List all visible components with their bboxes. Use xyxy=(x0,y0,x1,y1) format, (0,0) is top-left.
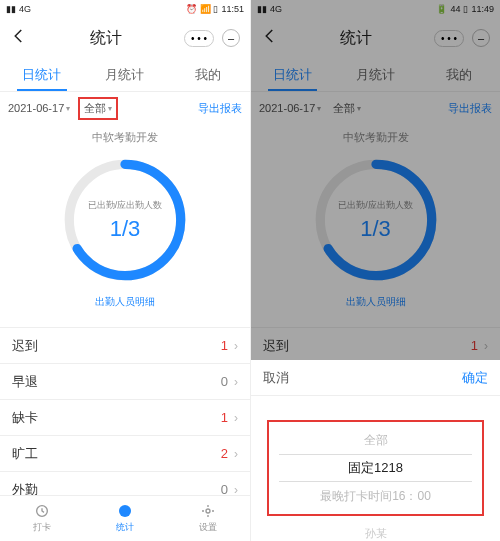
filter-row: 2021-06-17▾ 全部▾ 导出报表 xyxy=(251,92,500,124)
close-icon[interactable]: – xyxy=(222,29,240,47)
top-actions: • • • – xyxy=(434,29,490,47)
list-item[interactable]: 迟到1› xyxy=(0,328,250,364)
attendance-chart: 已出勤/应出勤人数 1/3 出勤人员明细 xyxy=(251,155,500,309)
back-icon[interactable] xyxy=(261,27,279,49)
page-title: 统计 xyxy=(90,28,122,49)
picker-wheel[interactable]: 全部 固定1218 最晚打卡时间16：00 xyxy=(267,420,484,516)
status-time: 🔋44 ▯11:49 xyxy=(436,4,494,14)
tab-mine[interactable]: 我的 xyxy=(167,58,250,91)
subtitle: 中软考勤开发 xyxy=(0,130,250,145)
chevron-right-icon: › xyxy=(234,447,238,461)
top-bar: 统计 • • • – xyxy=(0,18,250,58)
tab-monthly[interactable]: 月统计 xyxy=(83,58,166,91)
chart-label: 已出勤/应出勤人数 xyxy=(338,199,413,212)
filter-button[interactable]: 全部▾ xyxy=(78,97,118,120)
chevron-down-icon: ▾ xyxy=(108,104,112,113)
list-item[interactable]: 旷工2› xyxy=(0,436,250,472)
chevron-down-icon: ▾ xyxy=(66,104,70,113)
export-link[interactable]: 导出报表 xyxy=(448,101,492,116)
bottom-nav: 打卡 统计 设置 xyxy=(0,495,250,541)
picker-option[interactable]: 全部 xyxy=(269,426,482,454)
filter-row: 2021-06-17▾ 全部▾ 导出报表 xyxy=(0,92,250,124)
cancel-button[interactable]: 取消 xyxy=(263,369,289,387)
signal-icons: ▮▮ 4G xyxy=(6,4,31,14)
nav-clock[interactable]: 打卡 xyxy=(0,496,83,541)
chevron-right-icon: › xyxy=(484,339,488,353)
more-icon[interactable]: • • • xyxy=(434,30,464,47)
picker-extra: 孙某 xyxy=(251,526,500,541)
list-item[interactable]: 缺卡1› xyxy=(0,400,250,436)
chart-value: 1/3 xyxy=(360,216,391,242)
nav-stats[interactable]: 统计 xyxy=(83,496,166,541)
phone-right: ▮▮ 4G 🔋44 ▯11:49 统计 • • • – 日统计 月统计 我的 2… xyxy=(250,0,500,541)
date-picker[interactable]: 2021-06-17▾ xyxy=(8,102,70,114)
svg-point-4 xyxy=(206,509,210,513)
chevron-down-icon: ▾ xyxy=(357,104,361,113)
date-picker[interactable]: 2021-06-17▾ xyxy=(259,102,321,114)
list-item[interactable]: 早退0› xyxy=(0,364,250,400)
close-icon[interactable]: – xyxy=(472,29,490,47)
tab-monthly[interactable]: 月统计 xyxy=(334,58,417,91)
status-time: ⏰ 📶 ▯11:51 xyxy=(186,4,244,14)
detail-link[interactable]: 出勤人员明细 xyxy=(95,295,155,309)
subtitle: 中软考勤开发 xyxy=(251,130,500,145)
confirm-button[interactable]: 确定 xyxy=(462,369,488,387)
svg-point-3 xyxy=(119,505,131,517)
list-item[interactable]: 迟到1› xyxy=(251,328,500,364)
nav-settings[interactable]: 设置 xyxy=(167,496,250,541)
attendance-chart: 已出勤/应出勤人数 1/3 出勤人员明细 xyxy=(0,155,250,309)
back-icon[interactable] xyxy=(10,27,28,49)
chevron-down-icon: ▾ xyxy=(317,104,321,113)
top-actions: • • • – xyxy=(184,29,240,47)
tab-mine[interactable]: 我的 xyxy=(417,58,500,91)
picker-option-selected[interactable]: 固定1218 xyxy=(269,454,482,482)
export-link[interactable]: 导出报表 xyxy=(198,101,242,116)
status-bar: ▮▮ 4G ⏰ 📶 ▯11:51 xyxy=(0,0,250,18)
chevron-right-icon: › xyxy=(234,339,238,353)
picker-sheet: 取消 确定 全部 固定1218 最晚打卡时间16：00 孙某 xyxy=(251,360,500,541)
tabs: 日统计 月统计 我的 xyxy=(0,58,250,92)
chevron-right-icon: › xyxy=(234,375,238,389)
detail-link[interactable]: 出勤人员明细 xyxy=(346,295,406,309)
stats-list: 迟到1› xyxy=(251,327,500,364)
chart-label: 已出勤/应出勤人数 xyxy=(88,199,163,212)
more-icon[interactable]: • • • xyxy=(184,30,214,47)
signal-icons: ▮▮ 4G xyxy=(257,4,282,14)
chart-value: 1/3 xyxy=(110,216,141,242)
chevron-right-icon: › xyxy=(234,411,238,425)
picker-option[interactable]: 最晚打卡时间16：00 xyxy=(269,482,482,510)
tab-daily[interactable]: 日统计 xyxy=(251,58,334,91)
page-title: 统计 xyxy=(340,28,372,49)
tab-daily[interactable]: 日统计 xyxy=(0,58,83,91)
filter-button[interactable]: 全部▾ xyxy=(329,99,365,118)
top-bar: 统计 • • • – xyxy=(251,18,500,58)
tabs: 日统计 月统计 我的 xyxy=(251,58,500,92)
phone-left: ▮▮ 4G ⏰ 📶 ▯11:51 统计 • • • – 日统计 月统计 我的 2… xyxy=(0,0,250,541)
status-bar: ▮▮ 4G 🔋44 ▯11:49 xyxy=(251,0,500,18)
